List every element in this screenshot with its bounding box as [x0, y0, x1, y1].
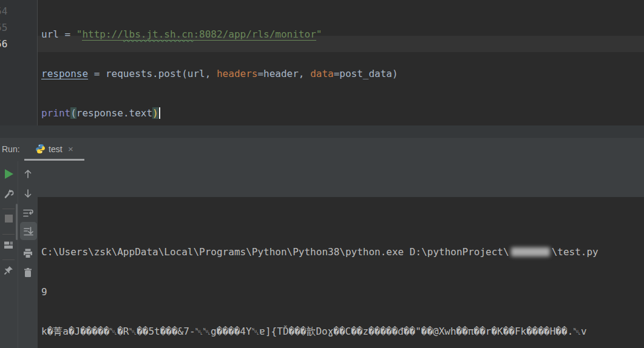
clear-trash-icon[interactable] — [22, 267, 34, 279]
run-body: C:\Users\zsk\AppData\Local\Programs\Pyth… — [0, 161, 644, 348]
soft-wrap-icon[interactable] — [22, 207, 34, 219]
variable-response: response — [41, 68, 88, 79]
console-toolbar — [18, 161, 38, 348]
tab-label: test — [49, 144, 63, 154]
script-path: \test.py — [552, 246, 598, 258]
code-line-55: response = requests.post(url, headers=he… — [41, 65, 644, 82]
line-number: 55 — [0, 19, 20, 36]
restore-layout-icon[interactable] — [2, 239, 15, 251]
named-arg-data: data — [310, 68, 334, 79]
run-panel-title: Run: — [2, 144, 20, 154]
editor-gutter: 54 55 56 — [0, 0, 38, 125]
console-output[interactable]: C:\Users\zsk\AppData\Local\Programs\Pyth… — [38, 197, 644, 348]
builtin-print: print — [41, 107, 70, 119]
url-scheme: http:// — [82, 28, 123, 40]
string-quote: " — [316, 28, 322, 40]
console-line: 9 — [41, 284, 644, 301]
console-line: k�菁a�J�����␀�R␀��5t���&7-␀␀g����4Y␀ɐ]{TĎ… — [41, 323, 644, 340]
python-exe-path: C:\Users\zsk\AppData\Local\Programs\Pyth… — [41, 246, 509, 258]
redacted-blur — [511, 247, 550, 256]
line-number-current: 56 — [0, 36, 20, 52]
stop-icon[interactable] — [2, 213, 15, 225]
code-text: url = — [41, 28, 76, 40]
run-header: Run: test × — [0, 138, 644, 161]
print-icon[interactable] — [22, 247, 34, 259]
text-caret — [159, 107, 160, 119]
code-text: = requests.post(url, — [88, 68, 217, 79]
code-line-56: print(response.text) — [41, 105, 644, 121]
code-editor[interactable]: 54 55 56 url = "http://lbs.jt.sh.cn:8082… — [0, 0, 644, 125]
tab-close-icon[interactable]: × — [68, 144, 73, 154]
up-arrow-icon[interactable] — [22, 168, 34, 180]
code-text: response.text — [76, 107, 152, 119]
matched-paren-close: ) — [152, 107, 158, 119]
rerun-play-icon[interactable] — [2, 168, 15, 180]
code-text: =post_data) — [334, 68, 398, 79]
down-arrow-icon[interactable] — [22, 187, 34, 199]
scroll-to-end-icon[interactable] — [22, 225, 35, 237]
named-arg-headers: headers — [217, 68, 257, 79]
pin-icon[interactable] — [2, 264, 15, 276]
run-tool-window: Run: test × — [0, 125, 644, 348]
code-area[interactable]: url = "http://lbs.jt.sh.cn:8082/app/rls/… — [41, 3, 644, 144]
code-line-54: url = "http://lbs.jt.sh.cn:8082/app/rls/… — [41, 26, 644, 42]
python-icon — [35, 144, 46, 154]
url-host-typo: lbs.jt.sh.cn — [123, 28, 194, 40]
scrollbar-thumb[interactable] — [16, 204, 18, 240]
run-toolbar — [0, 161, 18, 348]
line-number: 54 — [0, 3, 20, 19]
url-path: :8082/app/rls/monitor — [193, 28, 316, 40]
wrench-settings-icon[interactable] — [2, 187, 15, 199]
code-text: =header, — [257, 68, 310, 79]
string-quote: " — [76, 28, 83, 40]
console-line: C:\Users\zsk\AppData\Local\Programs\Pyth… — [41, 244, 644, 261]
url-link[interactable]: http://lbs.jt.sh.cn:8082/app/rls/monitor — [82, 28, 316, 41]
tab-test[interactable]: test × — [24, 138, 84, 161]
matched-paren-open: ( — [70, 107, 76, 119]
active-tab-underline — [24, 159, 84, 161]
editor-splitter[interactable] — [0, 125, 644, 138]
pycharm-window: 54 55 56 url = "http://lbs.jt.sh.cn:8082… — [0, 0, 644, 348]
